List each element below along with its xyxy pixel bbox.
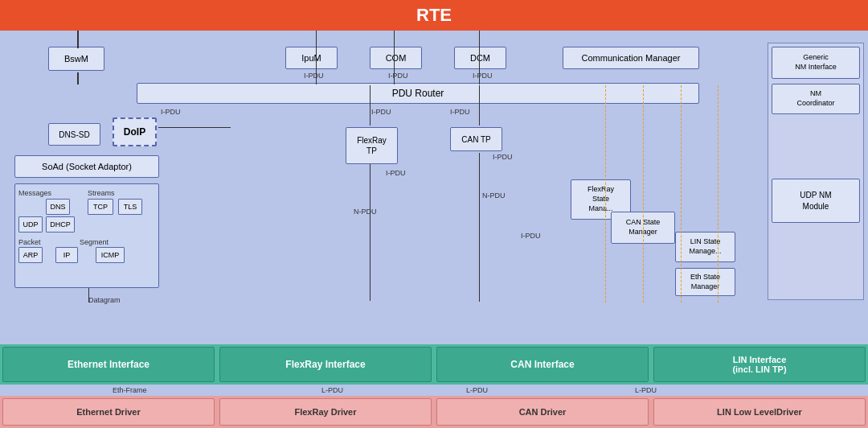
udp-nm-box: UDP NM Module	[772, 179, 860, 223]
arrow-orange-1	[605, 85, 606, 302]
arrow-ipum-up	[316, 31, 317, 84]
arrow-orange-3	[681, 85, 682, 302]
bswm-box: BswM	[48, 47, 104, 71]
ipdu-label-6: I-PDU	[450, 108, 470, 116]
flexray-interface: FlexRay Interface	[219, 347, 432, 382]
arrow-flexray-col2	[370, 164, 371, 301]
lpdu-label-2: L-PDU	[466, 386, 488, 394]
can-tp-box: CAN TP	[450, 127, 502, 151]
datagram-label: Datagram	[88, 296, 121, 304]
com-box: COM	[370, 47, 422, 69]
ipdu-label-4: I-PDU	[473, 72, 493, 80]
eth-frame-label: Eth-Frame	[113, 386, 147, 394]
npdu-label-1: N-PDU	[354, 208, 377, 216]
arrow-bswm-up	[77, 31, 79, 48]
arp-box: ARP	[18, 247, 43, 263]
doip-box: DoIP	[113, 117, 157, 146]
dhcp-box: DHCP	[46, 216, 75, 233]
dcm-box: DCM	[454, 47, 506, 69]
rte-header: RTE ↕ Signals	[0, 0, 868, 31]
arrow-doip-h	[158, 127, 231, 128]
eth-state-box: Eth State Manager	[675, 268, 735, 296]
ipdu-label-8: I-PDU	[493, 153, 513, 161]
arrow-orange-4	[718, 85, 719, 302]
udp-box: UDP	[18, 216, 43, 233]
diagram: RTE ↕ Signals BswM PDU Router IpuM COM D…	[0, 0, 868, 428]
segment-label: Segment	[80, 238, 108, 246]
arrow-dcm-up	[479, 31, 480, 84]
dns-box: DNS	[46, 199, 70, 215]
ipdu-label-7: I-PDU	[386, 169, 406, 177]
ipum-box: IpuM	[285, 47, 338, 69]
lin-interface: LIN Interface (incl. LIN TP)	[653, 347, 866, 382]
arrow-bswm-down	[77, 72, 79, 84]
messages-label: Messages	[18, 189, 51, 197]
comm-box: Communication Manager	[563, 47, 699, 69]
nm-area: Generic NM Interface NM Coordinator UDP …	[768, 43, 864, 300]
driver-row: Ethernet Driver FlexRay Driver CAN Drive…	[0, 396, 868, 428]
soad-box: SoAd (Socket Adaptor)	[14, 155, 159, 178]
packet-label: Packet	[18, 238, 41, 246]
arrow-eth-down	[88, 288, 89, 302]
ip-box: IP	[55, 247, 78, 263]
lpdu-label-1: L-PDU	[321, 386, 343, 394]
arrow-orange-2	[643, 85, 644, 302]
nm-coord-box: NM Coordinator	[772, 84, 860, 114]
arrow-flexray-col	[370, 85, 371, 126]
can-interface: CAN Interface	[436, 347, 649, 382]
ipdu-label-5: I-PDU	[371, 108, 391, 116]
ethernet-interface: Ethernet Interface	[2, 347, 215, 382]
icmp-box: ICMP	[96, 247, 125, 263]
tls-box: TLS	[118, 199, 142, 215]
socket-area: Messages Streams DNS DHCP UDP TCP TLS	[14, 183, 159, 288]
interface-row: Ethernet Interface FlexRay Interface CAN…	[0, 344, 868, 385]
ipdu-label-9: I-PDU	[521, 232, 541, 240]
main-area: BswM PDU Router IpuM COM DCM Communicati…	[0, 31, 868, 344]
flexray-driver: FlexRay Driver	[219, 398, 432, 426]
flexray-tp-box: FlexRay TP	[346, 127, 398, 164]
lin-driver: LIN Low LevelDriver	[653, 398, 866, 426]
dns-sd-box: DNS-SD	[48, 123, 100, 146]
tcp-box: TCP	[88, 199, 113, 215]
generic-nm-box: Generic NM Interface	[772, 47, 860, 79]
arrow-com-up	[394, 31, 395, 84]
ipdu-label-2: I-PDU	[304, 72, 324, 80]
ipdu-label-3: I-PDU	[388, 72, 408, 80]
npdu-label-2: N-PDU	[482, 191, 506, 200]
lin-state-box: LIN State Manage...	[675, 232, 735, 262]
rte-label: RTE	[416, 5, 452, 25]
ipdu-label-1: I-PDU	[161, 108, 181, 116]
pdu-router-box: PDU Router	[137, 83, 699, 104]
arrow-can-col	[479, 85, 480, 126]
can-driver: CAN Driver	[436, 398, 649, 426]
arrow-can-col2	[479, 153, 480, 302]
lpdu-label-3: L-PDU	[635, 386, 657, 394]
streams-label: Streams	[88, 189, 115, 197]
ethernet-driver: Ethernet Driver	[2, 398, 215, 426]
